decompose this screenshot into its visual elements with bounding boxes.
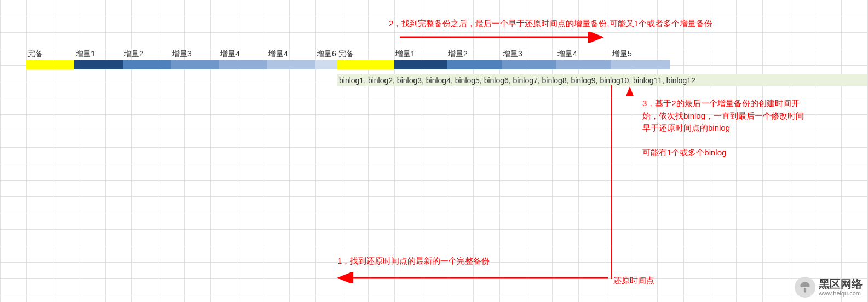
header-cell: 增量1: [74, 48, 123, 60]
color-cell: [394, 60, 447, 69]
annotation-note2: 2，找到完整备份之后，最后一个早于还原时间点的增量备份,可能又1个或者多个增量备…: [389, 18, 712, 30]
header-cell: 增量5: [611, 48, 670, 60]
color-cell: [171, 60, 219, 69]
logo-en: www.heiqu.com: [819, 290, 863, 297]
header-cell: 完备: [337, 48, 394, 60]
header-cell: 增量2: [123, 48, 171, 60]
annotation-note3-line: 可能有1个或多个binlog: [642, 147, 867, 159]
annotation-note3: 3，基于2的最后一个增量备份的创建时间开 始，依次找binlog，一直到最后一个…: [642, 97, 867, 159]
header-cell: 增量4: [556, 48, 611, 60]
header-cell: 增量3: [502, 48, 556, 60]
restore-point-line: [609, 85, 614, 279]
logo-cn: 黑区网络: [819, 278, 863, 290]
color-cell: [267, 60, 315, 69]
restore-point-label: 还原时间点: [613, 275, 654, 287]
header-cell: 增量4: [267, 48, 315, 60]
annotation-note3-line: 早于还原时间点的binlog: [642, 122, 867, 135]
header-cell: 增量1: [394, 48, 447, 60]
annotation-note3-line: 始，依次找binlog，一直到最后一个修改时间: [642, 110, 867, 123]
mushroom-icon: [795, 277, 815, 298]
header-cell: 增量2: [447, 48, 502, 60]
annotation-note1: 1，找到还原时间点的最新的一个完整备份: [337, 255, 490, 268]
color-cell: [74, 60, 123, 69]
color-cell: [219, 60, 267, 69]
header-cell: 增量4: [219, 48, 267, 60]
arrow-note3: [624, 85, 635, 96]
backup-colors-set2: [337, 60, 670, 69]
color-cell: [447, 60, 502, 69]
color-cell: [337, 60, 394, 69]
backup-headers-set1: 完备 增量1 增量2 增量3 增量4 增量4 增量6: [26, 48, 342, 60]
color-cell: [123, 60, 171, 69]
watermark-logo: 黑区网络 www.heiqu.com: [795, 277, 863, 298]
arrow-note2: [400, 32, 608, 43]
color-cell: [611, 60, 670, 69]
color-cell: [26, 60, 74, 69]
color-cell: [502, 60, 556, 69]
annotation-note3-line: 3，基于2的最后一个增量备份的创建时间开: [642, 97, 867, 110]
color-cell: [556, 60, 611, 69]
binlog-list: binlog1, binlog2, binlog3, binlog4, binl…: [337, 74, 867, 86]
header-cell: 完备: [26, 48, 74, 60]
backup-colors-set1: [26, 60, 342, 69]
header-cell: 增量3: [171, 48, 219, 60]
backup-headers-set2: 完备 增量1 增量2 增量3 增量4 增量5: [337, 48, 670, 60]
arrow-note1-horizontal: [334, 272, 613, 283]
